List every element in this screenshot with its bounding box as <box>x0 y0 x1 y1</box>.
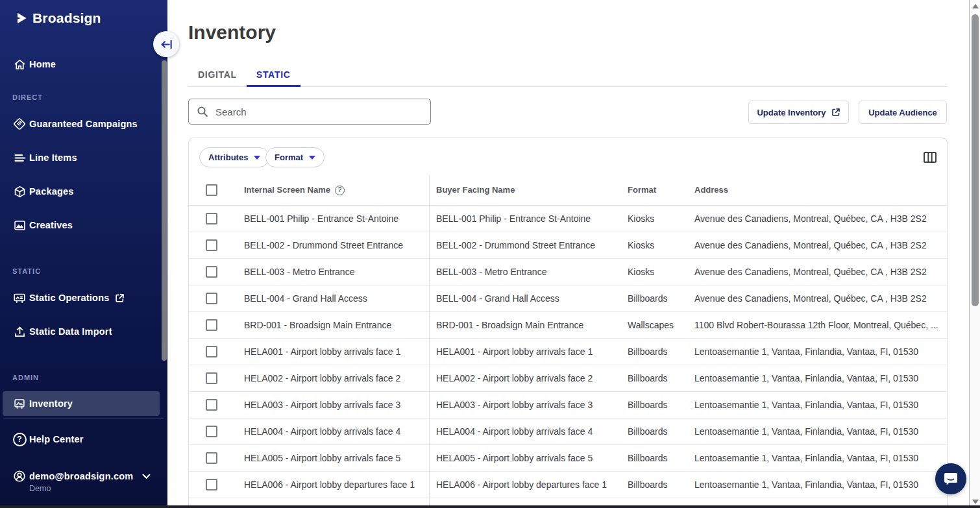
cell-buyer-facing-name: BRD-001 - Broadsign Main Entrance <box>436 312 621 338</box>
sidebar-item-home[interactable]: Home <box>0 55 161 73</box>
cell-internal-screen-name: BRD-001 - Broadsign Main Entrance <box>244 312 424 338</box>
cell-address: Avenue des Canadiens, Montreal, Québec, … <box>694 285 942 311</box>
table-row[interactable]: BELL-003 - Metro Entrance BELL-003 - Met… <box>189 259 947 285</box>
table-row[interactable]: HELA005 - Airport lobby arrivals face 5 … <box>189 445 947 472</box>
external-link-icon <box>115 293 125 303</box>
row-checkbox[interactable] <box>206 479 217 490</box>
row-checkbox[interactable] <box>206 293 217 304</box>
table-row[interactable]: HELA004 - Airport lobby arrivals face 4 … <box>189 418 947 445</box>
row-checkbox[interactable] <box>206 266 217 278</box>
row-checkbox[interactable] <box>206 372 217 384</box>
update-inventory-button[interactable]: Update Inventory <box>748 101 849 124</box>
table-row[interactable]: HELA003 - Airport lobby arrivals face 3 … <box>189 392 947 418</box>
page-scrollbar-thumb[interactable] <box>972 14 979 306</box>
cell-address: 1100 Blvd Robert-Bourassa 12th Floor, Mo… <box>694 312 942 338</box>
caret-down-icon <box>309 156 315 160</box>
row-checkbox[interactable] <box>206 426 217 437</box>
sidebar-item-line-items[interactable]: Line Items <box>0 149 161 167</box>
row-checkbox[interactable] <box>206 213 217 224</box>
table-row[interactable]: HELA002 - Airport lobby arrivals face 2 … <box>189 365 947 392</box>
update-audience-button[interactable]: Update Audience <box>859 101 947 124</box>
cell-buyer-facing-name: HELA003 - Airport lobby arrivals face 3 <box>436 392 621 418</box>
table-row[interactable]: BRD-001 - Broadsign Main Entrance BRD-00… <box>189 312 947 339</box>
table-row[interactable]: BELL-004 - Grand Hall Access BELL-004 - … <box>189 285 947 312</box>
scroll-down-arrow-icon[interactable] <box>972 500 979 504</box>
sidebar: Broadsign Home DIRECT Guaranteed Campaig… <box>0 0 167 508</box>
table-row[interactable]: BELL-002 - Drummond Street Entrance BELL… <box>189 232 947 259</box>
table-row[interactable]: BELL-001 Philip - Entrance St-Antoine BE… <box>189 206 947 232</box>
sidebar-item-inventory[interactable]: Inventory <box>0 394 161 413</box>
cell-buyer-facing-name: HELA002 - Airport lobby arrivals face 2 <box>436 365 621 391</box>
cell-format: Billboards <box>628 445 689 471</box>
pinned-column-divider <box>429 175 430 508</box>
sidebar-item-static-data-import[interactable]: Static Data Import <box>0 322 161 341</box>
sidebar-item-guaranteed-campaigns[interactable]: Guaranteed Campaigns <box>0 115 161 133</box>
cell-internal-screen-name: HELA005 - Airport lobby arrivals face 5 <box>244 445 424 471</box>
page-title: Inventory <box>188 21 276 43</box>
column-header-buyer-facing-name: Buyer Facing Name <box>436 175 515 205</box>
billboard-icon <box>12 291 27 305</box>
cell-address: Lentoasemantie 1, Vantaa, Finlandia, Van… <box>694 392 942 418</box>
cell-buyer-facing-name: BELL-002 - Drummond Street Entrance <box>436 232 621 258</box>
cell-internal-screen-name: HELA001 - Airport lobby arrivals face 1 <box>244 339 424 365</box>
page-scrollbar[interactable] <box>969 0 980 508</box>
cell-address: Lentoasemantie 1, Vantaa, Finlandia, Van… <box>694 445 942 471</box>
inventory-table-card: Attributes Format Internal Screen Name ?… <box>188 138 948 508</box>
table-row[interactable]: HELA006 - Airport lobby departures face … <box>189 472 947 498</box>
cell-format: Wallscapes <box>628 312 689 338</box>
cell-buyer-facing-name: BELL-003 - Metro Entrance <box>436 259 621 285</box>
select-all-checkbox[interactable] <box>206 184 217 196</box>
cell-address: Avenue des Canadiens, Montreal, Québec, … <box>694 232 942 258</box>
row-checkbox[interactable] <box>206 452 217 464</box>
sidebar-collapse-button[interactable] <box>153 31 179 57</box>
cell-format: Billboards <box>628 418 689 444</box>
image-icon <box>12 218 27 232</box>
cell-address: Lentoasemantie 1, Vantaa, Finlandia, Van… <box>694 339 942 365</box>
column-header-format: Format <box>628 175 656 205</box>
handshake-icon <box>12 117 27 131</box>
cell-format: Billboards <box>628 472 689 498</box>
table-header: Internal Screen Name ? Buyer Facing Name… <box>189 175 947 206</box>
sidebar-section-static: STATIC <box>12 267 41 276</box>
cell-format: Billboards <box>628 392 689 418</box>
window-bottom-edge <box>0 505 980 508</box>
search-input[interactable] <box>215 106 423 117</box>
caret-down-icon <box>254 156 260 160</box>
tab-static[interactable]: STATIC <box>247 63 300 87</box>
main-content: Inventory DIGITAL STATIC Update Inventor… <box>167 0 969 508</box>
inventory-billboard-icon <box>12 396 27 411</box>
sidebar-item-creatives[interactable]: Creatives <box>0 216 161 234</box>
table-body: BELL-001 Philip - Entrance St-Antoine BE… <box>189 206 947 508</box>
column-settings-icon[interactable] <box>924 152 937 163</box>
help-icon: ? <box>12 432 27 446</box>
table-row[interactable]: HELA001 - Airport lobby arrivals face 1 … <box>189 339 947 365</box>
cell-format: Kiosks <box>628 259 689 285</box>
scroll-up-arrow-icon[interactable] <box>972 4 979 8</box>
sidebar-scrollbar-thumb[interactable] <box>162 60 167 361</box>
row-checkbox[interactable] <box>206 319 217 331</box>
chevron-down-icon <box>142 474 151 479</box>
sidebar-item-help-center[interactable]: ? Help Center <box>0 430 161 448</box>
line-items-icon <box>12 151 27 165</box>
search-box[interactable] <box>188 99 431 125</box>
chat-widget-button[interactable] <box>935 463 966 494</box>
cell-buyer-facing-name: HELA001 - Airport lobby arrivals face 1 <box>436 339 621 365</box>
cell-address: Avenue des Canadiens, Montreal, Québec, … <box>694 206 942 232</box>
sidebar-item-packages[interactable]: Packages <box>0 182 161 200</box>
cell-internal-screen-name: BELL-002 - Drummond Street Entrance <box>244 232 424 258</box>
sidebar-item-static-operations[interactable]: Static Operations <box>0 289 161 307</box>
row-checkbox[interactable] <box>206 346 217 357</box>
column-header-internal-screen-name: Internal Screen Name ? <box>244 175 345 205</box>
sidebar-account[interactable]: demo@broadsign.com <box>0 467 161 485</box>
cell-buyer-facing-name: BELL-001 Philip - Entrance St-Antoine <box>436 206 621 232</box>
attributes-filter-button[interactable]: Attributes <box>199 147 269 167</box>
cell-format: Billboards <box>628 285 689 311</box>
format-filter-button[interactable]: Format <box>265 147 325 167</box>
tab-digital[interactable]: DIGITAL <box>188 63 247 87</box>
row-checkbox[interactable] <box>206 399 217 411</box>
external-link-icon <box>831 108 840 117</box>
cell-internal-screen-name: HELA006 - Airport lobby departures face … <box>244 472 424 498</box>
help-tooltip-icon[interactable]: ? <box>335 186 345 195</box>
row-checkbox[interactable] <box>206 239 217 251</box>
sidebar-section-admin: ADMIN <box>12 374 39 383</box>
